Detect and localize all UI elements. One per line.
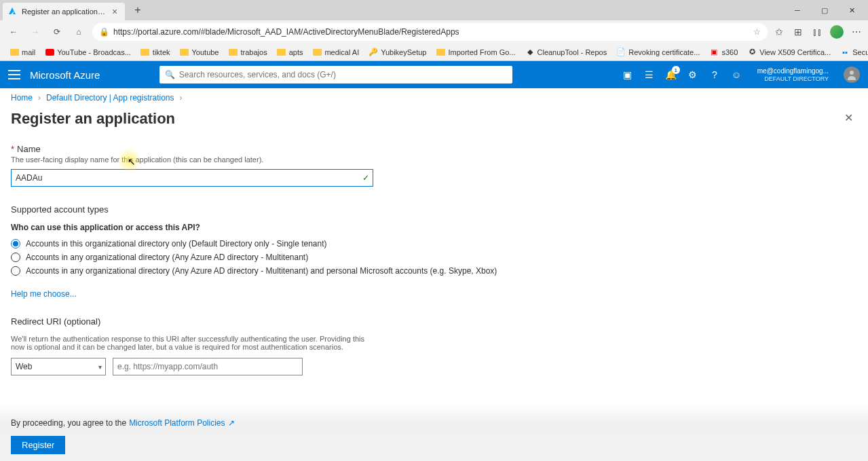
help-me-choose-link[interactable]: Help me choose... (11, 289, 77, 299)
radio-multi-and-personal[interactable]: Accounts in any organizational directory… (11, 266, 857, 276)
help-icon[interactable]: ? (709, 69, 721, 81)
refresh-button[interactable]: ⟳ (49, 24, 65, 40)
bookmark-bar: mail YouTube - Broadcas... tiktek Youtub… (0, 43, 868, 61)
chevron-right-icon: › (38, 93, 41, 103)
lock-icon: 🔒 (99, 27, 109, 37)
crumb-home[interactable]: Home (11, 93, 33, 103)
account-types-question: Who can use this application or access t… (11, 223, 857, 232)
minimize-button[interactable]: ─ (784, 1, 811, 19)
bookmark-apts[interactable]: apts (273, 46, 307, 58)
back-button[interactable]: ← (5, 24, 22, 40)
azure-favicon (8, 7, 18, 16)
radio-single-tenant[interactable]: Accounts in this organizational director… (11, 239, 857, 248)
reading-icon[interactable]: ⫿⫿ (811, 26, 823, 38)
radio-icon (11, 239, 20, 248)
browser-tab[interactable]: Register an application - Micros... × (3, 3, 125, 20)
chevron-right-icon: › (180, 93, 183, 103)
directory-icon[interactable]: ☰ (643, 69, 656, 81)
url-text: https://portal.azure.com/#blade/Microsof… (113, 27, 749, 37)
tab-title: Register an application - Micros... (22, 7, 106, 16)
feedback-icon[interactable]: ☺ (730, 69, 742, 81)
browser-tab-bar: Register an application - Micros... × + … (0, 0, 868, 20)
bookmark-trabajos[interactable]: trabajos (225, 46, 271, 58)
crumb-app-registrations[interactable]: Default Directory | App registrations (46, 93, 174, 103)
url-field[interactable]: 🔒 https://portal.azure.com/#blade/Micros… (92, 23, 768, 41)
bookmark-securing[interactable]: ▪▪Securing Azure SQL... (836, 46, 868, 58)
azure-search[interactable]: 🔍 (159, 66, 512, 84)
redirect-uri-title: Redirect URI (optional) (11, 316, 857, 327)
settings-icon[interactable]: ⚙ (687, 69, 699, 81)
svg-point-0 (850, 71, 854, 75)
redirect-uri-description: We'll return the authentication response… (11, 335, 377, 351)
favorites-icon[interactable]: ✩ (773, 26, 785, 38)
bookmark-medical[interactable]: medical AI (308, 46, 363, 58)
redirect-uri-input[interactable] (113, 358, 303, 375)
collections-icon[interactable]: ⊞ (792, 26, 804, 38)
radio-icon (11, 253, 20, 262)
page-title: Register an application (11, 110, 175, 128)
home-button[interactable]: ⌂ (71, 24, 87, 40)
account-info[interactable]: me@codingflamingog... DEFAULT DIRECTORY (757, 67, 829, 83)
bookmark-x509[interactable]: ✪View X509 Certifica... (743, 46, 835, 58)
bookmark-youtube[interactable]: YouTube - Broadcas... (41, 46, 135, 58)
platform-select[interactable]: Web (11, 358, 106, 375)
forward-button[interactable]: → (27, 24, 43, 40)
breadcrumb: Home › Default Directory | App registrat… (0, 88, 868, 107)
maximize-button[interactable]: ▢ (811, 1, 838, 19)
hamburger-menu[interactable] (8, 70, 20, 79)
notifications-icon[interactable]: 🔔1 (665, 69, 677, 81)
tab-close-button[interactable]: × (110, 7, 119, 16)
app-name-input[interactable] (11, 169, 373, 187)
bookmark-imported[interactable]: Imported From Go... (432, 46, 519, 58)
register-application-blade: Register an application ✕ *Name The user… (0, 107, 868, 386)
close-window-button[interactable]: ✕ (838, 1, 865, 19)
bookmark-s360[interactable]: ▣s360 (705, 46, 742, 58)
account-avatar[interactable] (844, 67, 860, 83)
search-icon: 🔍 (165, 70, 175, 79)
profile-avatar[interactable] (830, 25, 844, 39)
search-input[interactable] (179, 70, 507, 79)
bookmark-youtube2[interactable]: Youtube (176, 46, 223, 58)
bookmark-yubikey[interactable]: 🔑YubikeySetup (364, 46, 430, 58)
new-tab-button[interactable]: + (129, 1, 147, 19)
azure-logo[interactable]: Microsoft Azure (30, 69, 100, 81)
bookmark-tiktek[interactable]: tiktek (136, 46, 174, 58)
radio-icon (11, 266, 20, 276)
account-types-title: Supported account types (11, 204, 857, 215)
name-description: The user-facing display name for this ap… (11, 155, 857, 164)
bookmark-revoking[interactable]: 📄Revoking certificate... (612, 46, 704, 58)
chevron-down-icon: ▾ (98, 363, 102, 371)
address-bar: ← → ⟳ ⌂ 🔒 https://portal.azure.com/#blad… (0, 20, 868, 43)
cloud-shell-icon[interactable]: ▣ (622, 69, 634, 81)
more-icon[interactable]: ⋯ (850, 26, 863, 38)
radio-multi-tenant[interactable]: Accounts in any organizational directory… (11, 253, 857, 262)
name-label: *Name (11, 144, 857, 154)
close-blade-button[interactable]: ✕ (844, 111, 853, 124)
bookmark-cleanup[interactable]: ◆CleanupTool - Repos (521, 46, 611, 58)
bookmark-mail[interactable]: mail (5, 46, 39, 58)
checkmark-icon: ✓ (362, 173, 369, 183)
star-icon[interactable]: ☆ (753, 27, 761, 37)
azure-top-bar: Microsoft Azure 🔍 ▣ ☰ 🔔1 ⚙ ? ☺ me@coding… (0, 61, 868, 88)
